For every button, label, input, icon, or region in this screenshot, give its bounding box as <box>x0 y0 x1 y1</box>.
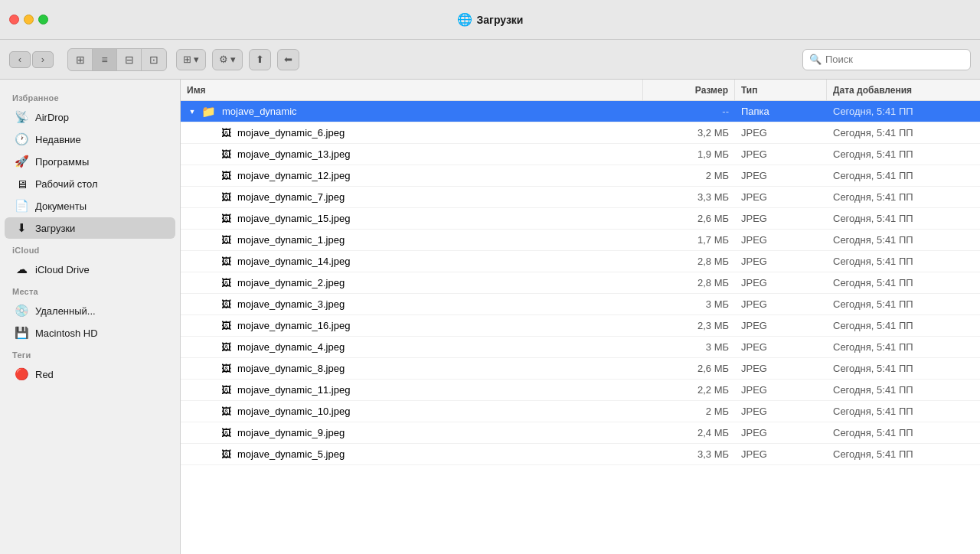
folder-name: mojave_dynamic <box>222 106 297 117</box>
file-cell-date: Сегодня, 5:41 ПП <box>827 122 980 143</box>
file-row[interactable]: 🖼 mojave_dynamic_15.jpeg 2,6 МБ JPEG Сег… <box>181 208 980 230</box>
forward-button[interactable]: › <box>32 51 54 68</box>
title-text: Загрузки <box>477 14 524 26</box>
file-row[interactable]: 🖼 mojave_dynamic_2.jpeg 2,8 МБ JPEG Сего… <box>181 272 980 294</box>
sidebar-item-downloads[interactable]: ⬇ Загрузки <box>5 217 175 239</box>
file-cell-size: 2 МБ <box>643 165 735 186</box>
file-cell-date: Сегодня, 5:41 ПП <box>827 444 980 464</box>
group-button[interactable]: ⊞ ▾ <box>176 49 206 70</box>
file-icon: 🖼 <box>221 448 231 460</box>
folder-cell-date: Сегодня, 5:41 ПП <box>827 101 980 122</box>
share-button[interactable]: ⬆ <box>249 49 271 70</box>
column-header-size[interactable]: Размер <box>643 80 735 100</box>
sidebar-item-red-label: Red <box>35 369 54 380</box>
file-list-header: Имя Размер Тип Дата добавления <box>181 80 980 101</box>
file-row[interactable]: 🖼 mojave_dynamic_10.jpeg 2 МБ JPEG Сегод… <box>181 401 980 422</box>
file-row[interactable]: 🖼 mojave_dynamic_5.jpeg 3,3 МБ JPEG Сего… <box>181 444 980 465</box>
file-cell-date: Сегодня, 5:41 ПП <box>827 337 980 357</box>
sidebar-item-docs-label: Документы <box>35 200 87 212</box>
sidebar-item-docs[interactable]: 📄 Документы <box>5 195 175 217</box>
sidebar-item-macintosh[interactable]: 💾 Macintosh HD <box>5 322 175 344</box>
sidebar-item-red[interactable]: 🔴 Red <box>5 363 175 385</box>
file-row[interactable]: 🖼 mojave_dynamic_4.jpeg 3 МБ JPEG Сегодн… <box>181 337 980 358</box>
file-cell-date: Сегодня, 5:41 ПП <box>827 315 980 336</box>
icon-view-icon: ⊞ <box>76 54 85 66</box>
gallery-view-button[interactable]: ⊡ <box>142 49 166 70</box>
sidebar-item-desktop[interactable]: 🖥 Рабочий стол <box>5 173 175 194</box>
file-cell-size: 3 МБ <box>643 294 735 314</box>
file-cell-size: 2,8 МБ <box>643 251 735 272</box>
file-name: mojave_dynamic_9.jpeg <box>237 427 345 438</box>
column-header-name[interactable]: Имя <box>181 80 643 100</box>
file-row[interactable]: 🖼 mojave_dynamic_6.jpeg 3,2 МБ JPEG Сего… <box>181 122 980 144</box>
file-cell-name: 🖼 mojave_dynamic_14.jpeg <box>181 251 643 272</box>
file-cell-type: JPEG <box>735 165 827 186</box>
folder-icon: 📁 <box>201 105 216 119</box>
path-icon: ⬅ <box>284 54 292 65</box>
file-cell-type: JPEG <box>735 144 827 165</box>
recent-icon: 🕐 <box>14 132 29 147</box>
file-cell-name: 🖼 mojave_dynamic_2.jpeg <box>181 272 643 293</box>
sidebar-item-airdrop-label: AirDrop <box>35 112 69 123</box>
file-cell-name: 🖼 mojave_dynamic_10.jpeg <box>181 401 643 422</box>
sidebar-item-icloud[interactable]: ☁ iCloud Drive <box>5 259 175 280</box>
folder-cell-type: Папка <box>735 101 827 122</box>
file-name: mojave_dynamic_4.jpeg <box>237 341 345 353</box>
back-icon: ‹ <box>18 54 21 65</box>
file-cell-size: 1,9 МБ <box>643 144 735 165</box>
file-cell-name: 🖼 mojave_dynamic_13.jpeg <box>181 144 643 165</box>
file-cell-date: Сегодня, 5:41 ПП <box>827 422 980 443</box>
apps-icon: 🚀 <box>14 154 29 169</box>
file-icon: 🖼 <box>221 298 231 310</box>
group-icon: ⊞ <box>183 54 191 65</box>
file-cell-name: 🖼 mojave_dynamic_16.jpeg <box>181 315 643 336</box>
sidebar-item-remote[interactable]: 💿 Удаленный... <box>5 300 175 321</box>
sidebar-item-airdrop[interactable]: 📡 AirDrop <box>5 106 175 128</box>
back-button[interactable]: ‹ <box>9 51 31 68</box>
file-name: mojave_dynamic_1.jpeg <box>237 234 345 246</box>
file-cell-date: Сегодня, 5:41 ПП <box>827 401 980 422</box>
sidebar-item-downloads-label: Загрузки <box>35 223 75 234</box>
file-row[interactable]: 🖼 mojave_dynamic_16.jpeg 2,3 МБ JPEG Сег… <box>181 315 980 337</box>
path-button[interactable]: ⬅ <box>277 49 299 70</box>
gear-button[interactable]: ⚙ ▾ <box>212 49 243 70</box>
list-view-icon: ≡ <box>101 54 107 66</box>
file-row[interactable]: 🖼 mojave_dynamic_14.jpeg 2,8 МБ JPEG Сег… <box>181 251 980 272</box>
sidebar-item-recent[interactable]: 🕐 Недавние <box>5 129 175 150</box>
list-view-button[interactable]: ≡ <box>93 49 117 70</box>
file-cell-type: JPEG <box>735 444 827 464</box>
file-icon: 🖼 <box>221 234 231 246</box>
file-row[interactable]: 🖼 mojave_dynamic_13.jpeg 1,9 МБ JPEG Сег… <box>181 144 980 165</box>
file-row[interactable]: 🖼 mojave_dynamic_8.jpeg 2,6 МБ JPEG Сего… <box>181 358 980 380</box>
view-buttons: ⊞ ≡ ⊟ ⊡ <box>67 48 167 71</box>
maximize-button[interactable] <box>38 15 48 24</box>
file-rows-container: 🖼 mojave_dynamic_6.jpeg 3,2 МБ JPEG Сего… <box>181 122 980 465</box>
sidebar-section-places: Места <box>0 281 180 299</box>
column-header-date[interactable]: Дата добавления <box>827 80 980 100</box>
file-row[interactable]: 🖼 mojave_dynamic_11.jpeg 2,2 МБ JPEG Сег… <box>181 380 980 401</box>
docs-icon: 📄 <box>14 198 29 213</box>
file-row[interactable]: 🖼 mojave_dynamic_1.jpeg 1,7 МБ JPEG Сего… <box>181 230 980 251</box>
group-dropdown-icon: ▾ <box>194 54 199 65</box>
search-input[interactable] <box>825 54 964 65</box>
column-view-button[interactable]: ⊟ <box>117 49 142 70</box>
file-row[interactable]: 🖼 mojave_dynamic_3.jpeg 3 МБ JPEG Сегодн… <box>181 294 980 315</box>
file-cell-name: 🖼 mojave_dynamic_15.jpeg <box>181 208 643 229</box>
sidebar-item-desktop-label: Рабочий стол <box>35 178 98 190</box>
minimize-button[interactable] <box>24 15 34 24</box>
disclosure-triangle[interactable]: ▼ <box>187 106 198 117</box>
file-name: mojave_dynamic_5.jpeg <box>237 448 345 460</box>
folder-row[interactable]: ▼ 📁 mojave_dynamic -- Папка Сегодня, 5:4… <box>181 101 980 122</box>
file-icon: 🖼 <box>221 363 231 374</box>
column-header-type[interactable]: Тип <box>735 80 827 100</box>
file-row[interactable]: 🖼 mojave_dynamic_7.jpeg 3,3 МБ JPEG Сего… <box>181 187 980 208</box>
traffic-lights <box>9 15 48 24</box>
search-box[interactable]: 🔍 <box>802 49 971 70</box>
file-cell-name: 🖼 mojave_dynamic_9.jpeg <box>181 422 643 443</box>
folder-cell-name: ▼ 📁 mojave_dynamic <box>181 101 643 122</box>
file-row[interactable]: 🖼 mojave_dynamic_9.jpeg 2,4 МБ JPEG Сего… <box>181 422 980 444</box>
file-row[interactable]: 🖼 mojave_dynamic_12.jpeg 2 МБ JPEG Сегод… <box>181 165 980 187</box>
close-button[interactable] <box>9 15 19 24</box>
icon-view-button[interactable]: ⊞ <box>68 49 93 70</box>
sidebar-item-apps[interactable]: 🚀 Программы <box>5 151 175 172</box>
